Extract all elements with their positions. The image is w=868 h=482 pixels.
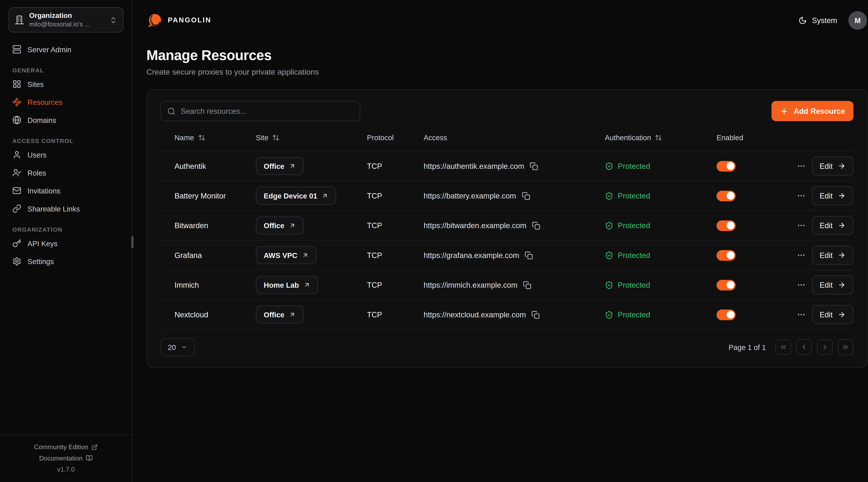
copy-icon[interactable] (522, 192, 530, 200)
moon-icon (798, 16, 807, 24)
edit-label: Edit (819, 162, 833, 170)
sidebar-item-label: Resources (27, 98, 62, 106)
column-protocol: Protocol (367, 133, 394, 142)
table-footer: 20 Page 1 of 1 (160, 338, 854, 356)
row-menu-button[interactable] (796, 190, 807, 201)
sidebar-item-server-admin[interactable]: Server Admin (8, 40, 123, 58)
access-url[interactable]: https://grafana.example.com (424, 251, 519, 259)
edit-button[interactable]: Edit (812, 305, 854, 324)
sort-icon[interactable] (272, 134, 280, 141)
sidebar-resize-handle[interactable] (131, 236, 133, 249)
next-page-button[interactable] (817, 339, 833, 355)
copy-icon[interactable] (532, 311, 540, 319)
add-resource-button[interactable]: Add Resource (772, 101, 854, 121)
edit-label: Edit (819, 251, 833, 259)
edit-button[interactable]: Edit (812, 246, 854, 265)
resources-icon (12, 98, 21, 107)
sidebar-item-shareable-links[interactable]: Shareable Links (8, 200, 123, 218)
theme-label: System (812, 16, 837, 24)
site-link-button[interactable]: AWS VPC (256, 246, 316, 264)
access-url[interactable]: https://nextcloud.example.com (424, 311, 526, 319)
site-name: Home Lab (264, 281, 299, 289)
sidebar-item-settings[interactable]: Settings (8, 252, 123, 270)
org-selector[interactable]: Organization milo@fossorial.io's ... (8, 7, 123, 33)
site-link-button[interactable]: Office (256, 217, 304, 234)
documentation-label: Documentation (39, 455, 83, 461)
org-subtitle: milo@fossorial.io's ... (29, 20, 104, 29)
last-page-button[interactable] (838, 339, 854, 355)
edit-label: Edit (819, 221, 833, 230)
page-title: Manage Resources (147, 47, 866, 63)
edit-button[interactable]: Edit (812, 275, 854, 294)
documentation-link[interactable]: Documentation (0, 452, 132, 464)
sidebar-item-roles[interactable]: Roles (8, 164, 123, 182)
protocol-value: TCP (367, 251, 424, 259)
copy-icon[interactable] (532, 221, 540, 230)
arrow-right-icon (838, 281, 846, 289)
row-menu-button[interactable] (796, 250, 807, 261)
page-info: Page 1 of 1 (728, 343, 766, 351)
row-menu-button[interactable] (796, 309, 807, 320)
shield-check-icon (605, 162, 613, 170)
column-enabled: Enabled (716, 133, 743, 142)
enabled-toggle[interactable] (716, 220, 736, 231)
table-row: Battery Monitor Edge Device 01 TCP https… (160, 181, 854, 211)
search-input[interactable] (181, 107, 353, 115)
enabled-toggle[interactable] (716, 161, 736, 171)
users-icon (12, 151, 21, 159)
theme-toggle[interactable]: System (798, 16, 837, 24)
avatar[interactable]: M (848, 11, 867, 30)
site-link-button[interactable]: Home Lab (256, 276, 318, 294)
access-url[interactable]: https://immich.example.com (424, 281, 518, 289)
enabled-toggle[interactable] (716, 309, 736, 320)
shield-check-icon (605, 221, 613, 230)
sidebar-item-resources[interactable]: Resources (8, 93, 123, 111)
copy-icon[interactable] (523, 281, 531, 289)
pagination (775, 339, 854, 355)
page-size-select[interactable]: 20 (160, 338, 195, 356)
sort-icon[interactable] (655, 134, 662, 141)
sidebar-item-sites[interactable]: Sites (8, 75, 123, 93)
server-icon (12, 45, 21, 54)
page-header: Manage Resources Create secure proxies t… (132, 40, 868, 76)
access-url[interactable]: https://bitwarden.example.com (424, 221, 526, 230)
auth-status: Protected (618, 192, 650, 200)
resource-name: Bitwarden (160, 221, 256, 230)
sidebar-item-users[interactable]: Users (8, 146, 123, 164)
access-url[interactable]: https://authentik.example.com (424, 162, 524, 170)
first-page-button[interactable] (775, 339, 791, 355)
row-menu-button[interactable] (796, 279, 807, 291)
shield-check-icon (605, 192, 613, 200)
auth-status: Protected (618, 162, 650, 170)
sort-icon[interactable] (198, 134, 205, 141)
access-url[interactable]: https://battery.example.com (424, 192, 516, 200)
sidebar-item-api-keys[interactable]: API Keys (8, 234, 123, 252)
sidebar-item-label: Invitations (27, 187, 60, 195)
auth-status: Protected (618, 251, 650, 259)
enabled-toggle[interactable] (716, 250, 736, 260)
prev-page-button[interactable] (796, 339, 812, 355)
version-label: v1.7.0 (0, 464, 132, 475)
enabled-toggle[interactable] (716, 280, 736, 290)
enabled-toggle[interactable] (716, 190, 736, 201)
site-link-button[interactable]: Office (256, 306, 304, 323)
edit-button[interactable]: Edit (812, 157, 854, 175)
sidebar-item-invitations[interactable]: Invitations (8, 182, 123, 200)
copy-icon[interactable] (525, 251, 533, 259)
row-menu-button[interactable] (796, 160, 807, 171)
community-edition-link[interactable]: Community Edition (0, 441, 132, 453)
row-menu-button[interactable] (796, 220, 807, 231)
site-link-button[interactable]: Edge Device 01 (256, 187, 336, 204)
copy-icon[interactable] (530, 162, 538, 170)
sidebar-item-domains[interactable]: Domains (8, 111, 123, 129)
site-name: Office (264, 162, 284, 170)
site-link-button[interactable]: Office (256, 157, 304, 175)
resource-name: Authentik (160, 162, 256, 170)
org-name: Organization (29, 11, 104, 21)
table-row: Nextcloud Office TCP https://nextcloud.e… (160, 300, 854, 330)
edit-button[interactable]: Edit (812, 216, 854, 235)
edit-button[interactable]: Edit (812, 186, 854, 205)
key-icon (12, 239, 21, 248)
sites-icon (12, 80, 21, 89)
search-icon (167, 107, 176, 115)
